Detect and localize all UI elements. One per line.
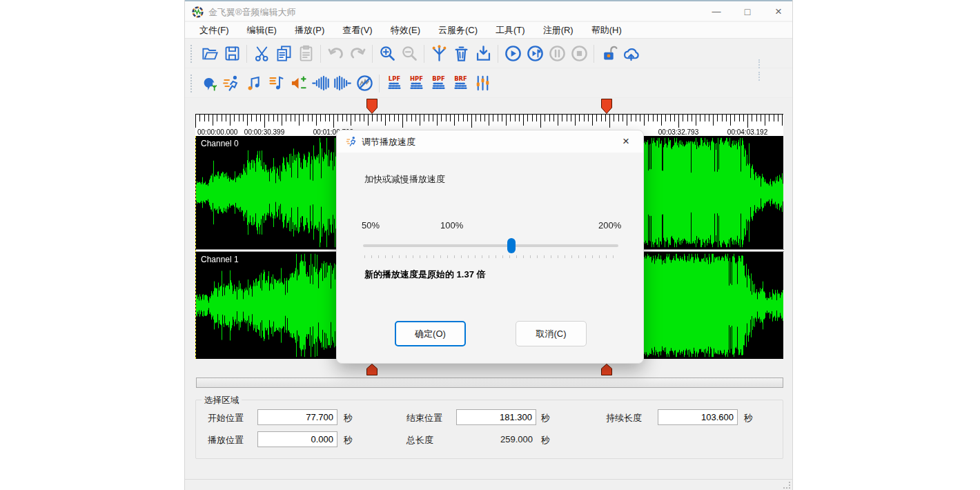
app-icon: [192, 6, 204, 18]
field-label: 开始位置: [208, 412, 244, 424]
slider-max-label: 200%: [598, 220, 621, 231]
menu-item-1[interactable]: 文件(F): [190, 22, 238, 39]
fade-in-icon[interactable]: [310, 73, 331, 94]
delete-icon[interactable]: [451, 43, 471, 64]
toolbar-grip: [758, 59, 760, 68]
pause-icon: [547, 43, 567, 64]
slider-tick: [489, 255, 489, 258]
menu-item-2[interactable]: 编辑(E): [238, 22, 286, 39]
maximize-button[interactable]: □: [736, 3, 759, 21]
field-input[interactable]: [257, 409, 337, 425]
adjust-volume-icon[interactable]: [288, 73, 308, 94]
field-label: 总长度: [406, 434, 433, 447]
close-button[interactable]: ×: [767, 3, 790, 21]
slider-tick: [482, 255, 482, 258]
dialog-close-button[interactable]: ×: [617, 133, 635, 150]
slider-tick: [565, 255, 565, 258]
dialog-title: 调节播放速度: [362, 136, 415, 148]
field-input[interactable]: [257, 431, 337, 447]
slider-tick: [468, 255, 469, 258]
slider-tick: [592, 255, 593, 258]
cloud-upload-icon[interactable]: [620, 43, 641, 64]
lpf-filter-icon[interactable]: LPF: [384, 73, 404, 94]
mix-icon[interactable]: [429, 43, 449, 64]
selection-start-marker-top[interactable]: [366, 99, 378, 114]
play-selection-icon[interactable]: [525, 43, 545, 64]
brf-filter-icon[interactable]: BRF: [450, 73, 471, 94]
field-unit: 秒: [744, 412, 753, 424]
slider-tick: [461, 255, 462, 258]
slider-tick: [454, 255, 455, 258]
resize-grip[interactable]: [783, 482, 790, 489]
save-file-icon[interactable]: [222, 43, 242, 64]
fade-out-icon[interactable]: [332, 73, 353, 94]
field-unit: 秒: [541, 434, 550, 447]
slider-tick: [440, 255, 441, 258]
slider-min-label: 50%: [362, 220, 380, 231]
svg-text:LPF: LPF: [388, 75, 400, 82]
undo-icon: [325, 43, 346, 64]
lock-icon[interactable]: [598, 43, 619, 64]
equalizer-icon[interactable]: [472, 73, 493, 94]
slider-tick: [420, 255, 420, 258]
svg-text:BPF: BPF: [432, 75, 445, 82]
app-title: 金飞翼®音频编辑大师: [208, 6, 296, 19]
bpf-filter-icon[interactable]: BPF: [428, 73, 449, 94]
speed-slider-thumb[interactable]: [507, 238, 516, 253]
change-pitch-icon[interactable]: [244, 73, 264, 94]
horizontal-scrollbar[interactable]: [196, 378, 783, 388]
selection-end-marker-top[interactable]: [601, 99, 612, 114]
menu-item-5[interactable]: 特效(E): [382, 22, 429, 39]
selection-panel-title: 选择区域: [202, 395, 242, 406]
insert-icon[interactable]: [473, 43, 493, 64]
slider-tick: [475, 255, 476, 258]
slider-tick: [427, 255, 427, 258]
zoom-in-icon[interactable]: [377, 43, 398, 64]
field-unit: 秒: [344, 412, 353, 424]
slider-tick: [523, 255, 524, 258]
svg-text:HPF: HPF: [410, 75, 423, 82]
slider-tick: [544, 255, 545, 258]
change-tempo-icon[interactable]: [266, 73, 286, 94]
minimize-button[interactable]: —: [705, 3, 728, 21]
menu-item-3[interactable]: 播放(P): [286, 22, 333, 39]
change-speed-icon[interactable]: [222, 73, 242, 94]
field-label: 持续长度: [606, 412, 642, 424]
ok-button[interactable]: 确定(O): [395, 321, 466, 346]
slider-tick: [433, 255, 434, 258]
field-input[interactable]: [456, 409, 536, 425]
toolbar-grip: [190, 45, 194, 63]
slider-tick: [516, 255, 517, 258]
selection-end-marker-bottom[interactable]: [601, 364, 612, 375]
slider-tick: [502, 255, 503, 258]
denoise-icon[interactable]: [354, 73, 375, 94]
menu-item-4[interactable]: 查看(V): [333, 22, 381, 39]
menu-item-8[interactable]: 注册(R): [534, 22, 582, 39]
voice-icon[interactable]: [199, 73, 220, 94]
cancel-button[interactable]: 取消(C): [516, 321, 587, 346]
hpf-filter-icon[interactable]: HPF: [406, 73, 427, 94]
runner-icon: [346, 135, 358, 148]
slider-tick: [558, 255, 558, 258]
selection-start-marker-bottom[interactable]: [366, 364, 378, 375]
slider-tick: [378, 255, 379, 258]
field-input[interactable]: [658, 409, 738, 425]
menu-item-9[interactable]: 帮助(H): [582, 22, 631, 39]
slider-tick: [447, 255, 448, 258]
dialog-description: 加快或减慢播放速度: [364, 173, 445, 186]
dialog-title-bar: 调节播放速度 ×: [337, 130, 643, 153]
slider-tick: [578, 255, 579, 258]
field-value: 259.000: [456, 434, 536, 444]
cut-icon[interactable]: [251, 43, 272, 64]
open-file-icon[interactable]: [199, 43, 220, 64]
field-unit: 秒: [344, 434, 353, 447]
toolbar-grip: [190, 75, 194, 92]
slider-tick: [599, 255, 600, 258]
play-icon[interactable]: [502, 43, 523, 64]
menu-item-7[interactable]: 工具(T): [487, 22, 534, 39]
stop-icon: [569, 43, 589, 64]
copy-icon[interactable]: [273, 43, 294, 64]
speed-slider-track[interactable]: [363, 244, 618, 247]
menu-item-6[interactable]: 云服务(C): [429, 22, 487, 39]
slider-tick: [613, 255, 614, 258]
